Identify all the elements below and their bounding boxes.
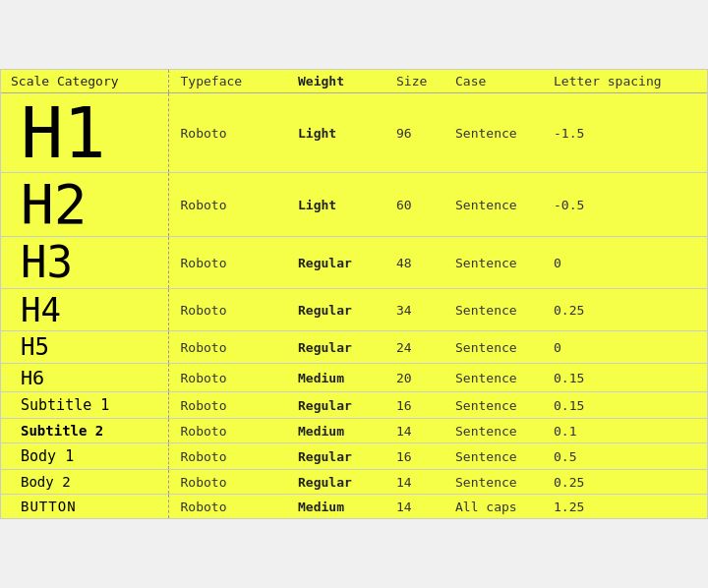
scale-label-h2: H2 [1, 173, 168, 237]
case-cell-subtitle2: Sentence [443, 419, 542, 443]
typeface-cell-h2: Roboto [168, 173, 286, 237]
case-cell-h3: Sentence [443, 237, 542, 289]
spacing-cell-subtitle1: 0.15 [542, 392, 707, 419]
size-cell-h3: 48 [384, 237, 443, 289]
size-cell-subtitle2: 14 [384, 419, 443, 443]
typeface-cell-button: Roboto [168, 495, 286, 519]
typeface-cell-subtitle1: Roboto [168, 392, 286, 419]
scale-text-button: BUTTON [11, 489, 87, 519]
size-cell-subtitle1: 16 [384, 392, 443, 419]
spacing-cell-h5: 0 [542, 331, 707, 364]
weight-cell-h1: Light [286, 93, 384, 173]
case-cell-h4: Sentence [443, 289, 542, 331]
typeface-cell-body2: Roboto [168, 470, 286, 495]
table-row: H3 Roboto Regular 48 Sentence 0 [1, 237, 707, 289]
weight-cell-h2: Light [286, 173, 384, 237]
typeface-cell-body1: Roboto [168, 443, 286, 470]
header-weight: Weight [286, 70, 384, 93]
spacing-cell-body2: 0.25 [542, 470, 707, 495]
header-typeface: Typeface [168, 70, 286, 93]
spacing-cell-h4: 0.25 [542, 289, 707, 331]
scale-label-h3: H3 [1, 237, 168, 289]
case-cell-subtitle1: Sentence [443, 392, 542, 419]
spacing-cell-h3: 0 [542, 237, 707, 289]
typeface-cell-subtitle2: Roboto [168, 419, 286, 443]
table-row: H1 Roboto Light 96 Sentence -1.5 [1, 93, 707, 173]
weight-cell-body2: Regular [286, 470, 384, 495]
header-size: Size [384, 70, 443, 93]
weight-cell-button: Medium [286, 495, 384, 519]
case-cell-button: All caps [443, 495, 542, 519]
weight-cell-h3: Regular [286, 237, 384, 289]
table-row: H2 Roboto Light 60 Sentence -0.5 [1, 173, 707, 237]
case-cell-h6: Sentence [443, 364, 542, 392]
case-cell-body2: Sentence [443, 470, 542, 495]
size-cell-body1: 16 [384, 443, 443, 470]
typeface-cell-h1: Roboto [168, 93, 286, 173]
weight-cell-h4: Regular [286, 289, 384, 331]
header-letter-spacing: Letter spacing [542, 70, 707, 93]
typeface-cell-h5: Roboto [168, 331, 286, 364]
scale-label-button: BUTTON [1, 495, 168, 519]
case-cell-body1: Sentence [443, 443, 542, 470]
case-cell-h1: Sentence [443, 93, 542, 173]
size-cell-body2: 14 [384, 470, 443, 495]
table-row: Body 2 Roboto Regular 14 Sentence 0.25 [1, 470, 707, 495]
weight-cell-subtitle2: Medium [286, 419, 384, 443]
size-cell-h5: 24 [384, 331, 443, 364]
typeface-cell-h4: Roboto [168, 289, 286, 331]
table-row: H4 Roboto Regular 34 Sentence 0.25 [1, 289, 707, 331]
table-row: BUTTON Roboto Medium 14 All caps 1.25 [1, 495, 707, 519]
typeface-cell-h3: Roboto [168, 237, 286, 289]
case-cell-h5: Sentence [443, 331, 542, 364]
weight-cell-subtitle1: Regular [286, 392, 384, 419]
size-cell-button: 14 [384, 495, 443, 519]
spacing-cell-h2: -0.5 [542, 173, 707, 237]
spacing-cell-subtitle2: 0.1 [542, 419, 707, 443]
spacing-cell-body1: 0.5 [542, 443, 707, 470]
weight-cell-h5: Regular [286, 331, 384, 364]
weight-cell-h6: Medium [286, 364, 384, 392]
spacing-cell-h6: 0.15 [542, 364, 707, 392]
size-cell-h1: 96 [384, 93, 443, 173]
typeface-cell-h6: Roboto [168, 364, 286, 392]
size-cell-h2: 60 [384, 173, 443, 237]
case-cell-h2: Sentence [443, 173, 542, 237]
size-cell-h4: 34 [384, 289, 443, 331]
typography-scale-table: Scale Category Typeface Weight Size Case… [0, 69, 708, 519]
table-row: Subtitle 2 Roboto Medium 14 Sentence 0.1 [1, 419, 707, 443]
weight-cell-body1: Regular [286, 443, 384, 470]
scale-label-h1: H1 [1, 93, 168, 173]
spacing-cell-h1: -1.5 [542, 93, 707, 173]
header-case: Case [443, 70, 542, 93]
size-cell-h6: 20 [384, 364, 443, 392]
table-row: H5 Roboto Regular 24 Sentence 0 [1, 331, 707, 364]
spacing-cell-button: 1.25 [542, 495, 707, 519]
